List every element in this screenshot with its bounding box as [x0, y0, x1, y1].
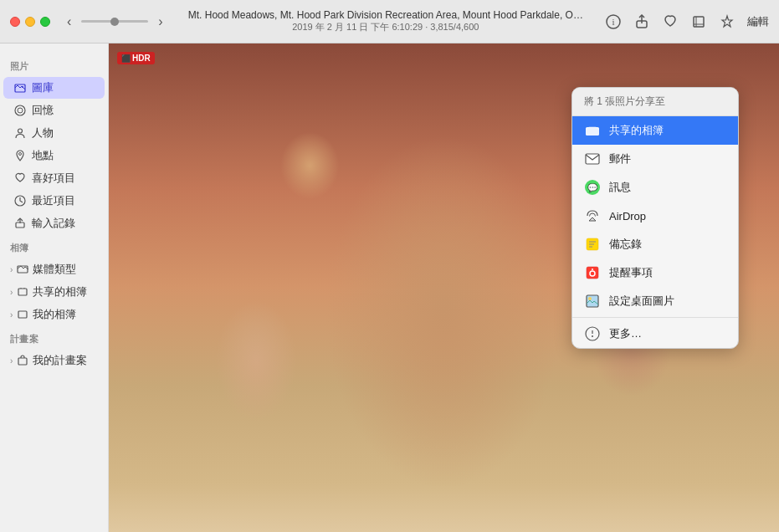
sidebar-item-my-albums[interactable]: › 我的相簿: [3, 304, 105, 325]
messages-label: 訊息: [609, 180, 631, 195]
more-label: 更多…: [609, 326, 642, 341]
share-set-wallpaper[interactable]: 設定桌面圖片: [572, 287, 738, 315]
sidebar-item-people[interactable]: 人物: [3, 122, 105, 144]
library-label: 圖庫: [32, 80, 54, 95]
favorite-button[interactable]: [662, 13, 679, 30]
svg-rect-27: [587, 295, 598, 307]
titlebar-center: Mt. Hood Meadows, Mt. Hood Park Division…: [183, 9, 588, 33]
crop-button[interactable]: [690, 13, 707, 30]
sidebar-item-library[interactable]: 圖庫: [3, 77, 105, 99]
airdrop-label: AirDrop: [609, 210, 646, 223]
media-types-icon: [16, 263, 29, 276]
more-icon: [584, 325, 601, 342]
titlebar-right: i 編輯: [605, 13, 769, 30]
shared-album-icon: [584, 122, 601, 139]
imports-icon: [13, 217, 27, 230]
forward-button[interactable]: ›: [155, 13, 166, 31]
share-messages[interactable]: 💬 訊息: [572, 173, 738, 202]
media-types-label: 媒體類型: [33, 262, 76, 277]
sidebar-section-projects: 計畫案: [0, 326, 108, 349]
hdr-icon: ⬛: [121, 54, 131, 63]
share-dropdown: 將 1 張照片分享至 共享的相簿 郵件: [571, 87, 739, 349]
photo-subtitle: 2019 年 2 月 11 日 下午 6:10:29 · 3,815/4,600: [292, 21, 479, 33]
my-albums-label: 我的相簿: [33, 307, 76, 322]
svg-point-11: [19, 153, 22, 156]
sidebar-item-my-projects[interactable]: › 我的計畫案: [3, 350, 105, 371]
shared-albums-label: 共享的相簿: [33, 284, 87, 299]
sidebar-section-albums: 相簿: [0, 235, 108, 258]
hdr-label: HDR: [132, 54, 151, 63]
svg-point-10: [18, 129, 23, 133]
titlebar-left: ‹ ›: [10, 13, 167, 31]
svg-point-9: [18, 108, 23, 113]
svg-rect-19: [586, 154, 599, 164]
titlebar: ‹ › Mt. Hood Meadows, Mt. Hood Park Divi…: [0, 0, 779, 43]
sidebar-item-favorites[interactable]: 喜好項目: [3, 167, 105, 189]
places-label: 地點: [32, 148, 54, 163]
favorites-icon: [13, 171, 27, 185]
progress-thumb: [110, 18, 119, 26]
svg-rect-16: [18, 311, 27, 318]
progress-bar-area: [81, 20, 148, 23]
edit-button[interactable]: 編輯: [747, 14, 769, 29]
main-area: 照片 圖庫 回憶: [0, 43, 779, 532]
share-reminders[interactable]: 提醒事項: [572, 258, 738, 287]
share-airdrop[interactable]: AirDrop: [572, 202, 738, 230]
recent-icon: [13, 194, 27, 207]
svg-point-8: [15, 105, 25, 115]
chevron-right-icon-2: ›: [10, 288, 13, 297]
share-notes[interactable]: 備忘錄: [572, 230, 738, 258]
mail-icon: [584, 151, 601, 167]
library-icon: [13, 81, 27, 95]
svg-point-7: [22, 86, 23, 88]
imports-label: 輸入記錄: [32, 216, 75, 231]
hdr-badge: ⬛ HDR: [117, 52, 155, 64]
chevron-right-icon-3: ›: [10, 310, 13, 320]
photo-area: ⬛ HDR 將 1 張照片分享至 共享的相簿: [109, 43, 779, 532]
my-projects-icon: [16, 354, 29, 367]
minimize-button[interactable]: [25, 17, 35, 27]
places-icon: [13, 149, 27, 162]
share-header: 將 1 張照片分享至: [572, 88, 738, 116]
svg-rect-3: [694, 17, 704, 27]
enhance-button[interactable]: [719, 13, 735, 30]
my-projects-label: 我的計畫案: [33, 353, 87, 368]
sidebar-section-photos: 照片: [0, 54, 108, 76]
sidebar-item-imports[interactable]: 輸入記錄: [3, 212, 105, 234]
reminders-label: 提醒事項: [609, 265, 653, 280]
sidebar-item-media-types[interactable]: › 媒體類型: [3, 258, 105, 280]
share-button[interactable]: [633, 13, 650, 30]
sidebar-item-memories[interactable]: 回憶: [3, 100, 105, 121]
memories-icon: [13, 104, 27, 117]
reminders-icon: [584, 264, 601, 281]
share-mail[interactable]: 郵件: [572, 145, 738, 173]
people-label: 人物: [32, 125, 54, 141]
share-shared-album[interactable]: 共享的相簿: [572, 116, 738, 145]
my-albums-icon: [16, 308, 29, 321]
back-button[interactable]: ‹: [64, 13, 74, 31]
sidebar-item-recent[interactable]: 最近項目: [3, 190, 105, 212]
sidebar: 照片 圖庫 回憶: [0, 43, 109, 532]
sidebar-item-places[interactable]: 地點: [3, 145, 105, 166]
notes-label: 備忘錄: [609, 237, 642, 252]
wallpaper-icon: [584, 293, 601, 309]
progress-track: [81, 20, 148, 23]
people-icon: [13, 126, 27, 140]
sidebar-item-shared-albums[interactable]: › 共享的相簿: [3, 281, 105, 303]
svg-rect-17: [18, 358, 27, 365]
airdrop-icon: [584, 207, 601, 224]
favorites-label: 喜好項目: [32, 171, 75, 186]
maximize-button[interactable]: [40, 17, 50, 27]
chevron-right-icon: ›: [10, 265, 13, 274]
svg-text:i: i: [612, 17, 614, 27]
shared-album-label: 共享的相簿: [609, 123, 664, 138]
set-wallpaper-label: 設定桌面圖片: [609, 294, 674, 309]
close-button[interactable]: [10, 17, 20, 27]
messages-icon: 💬: [584, 179, 601, 196]
memories-label: 回憶: [32, 103, 54, 118]
info-button[interactable]: i: [605, 13, 622, 30]
traffic-lights: [10, 17, 50, 27]
recent-label: 最近項目: [32, 193, 75, 208]
svg-rect-15: [18, 289, 27, 295]
share-more[interactable]: 更多…: [572, 320, 738, 348]
